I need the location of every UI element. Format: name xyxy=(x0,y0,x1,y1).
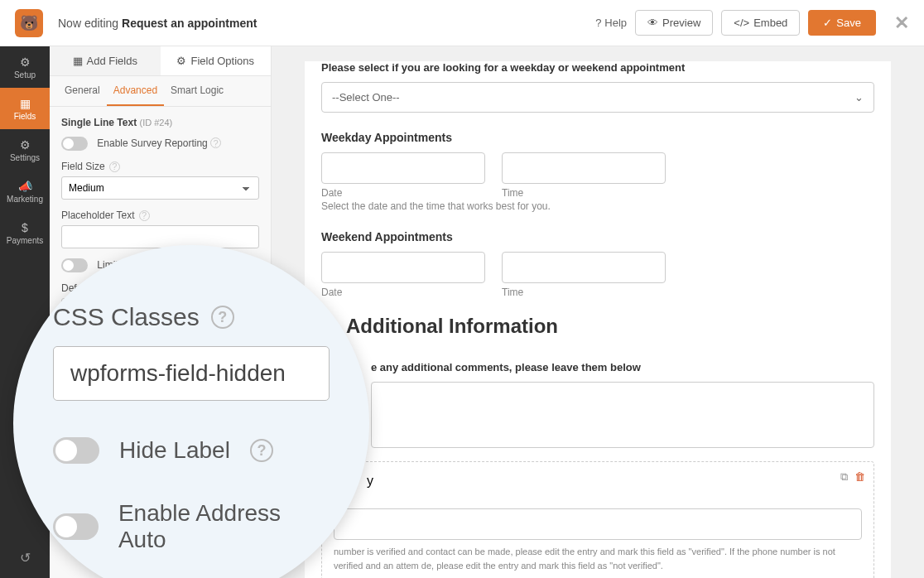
tab-add-fields[interactable]: ▦Add Fields xyxy=(50,46,161,75)
survey-toggle[interactable] xyxy=(61,137,88,151)
weekend-heading: Weekend Appointments xyxy=(321,230,874,243)
nav-settings[interactable]: ⚙Settings xyxy=(0,129,50,171)
weekday-heading: Weekday Appointments xyxy=(321,131,874,144)
history-icon[interactable]: ↺ xyxy=(0,537,50,578)
nav-setup[interactable]: ⚙Setup xyxy=(0,46,50,88)
help-icon[interactable]: ? xyxy=(250,439,273,462)
time-label: Time xyxy=(502,187,666,199)
comments-textarea[interactable] xyxy=(371,382,874,448)
admin-input[interactable] xyxy=(334,508,862,540)
css-classes-label: CSS Classes xyxy=(53,303,200,331)
help-icon[interactable]: ? xyxy=(211,306,234,329)
editing-title: Now editing Request an appointment xyxy=(58,17,257,30)
nav-fields[interactable]: ▦Fields xyxy=(0,88,50,129)
q1-select[interactable]: --Select One--⌄ xyxy=(321,82,874,113)
help-icon[interactable]: ? xyxy=(139,210,150,221)
chevron-down-icon: ⌄ xyxy=(854,91,864,104)
save-button[interactable]: ✓Save xyxy=(808,10,876,36)
help-link[interactable]: ?Help xyxy=(595,17,627,29)
weekend-date-input[interactable] xyxy=(321,252,485,283)
subtab-advanced[interactable]: Advanced xyxy=(107,76,164,106)
dt-help: Select the date and the time that works … xyxy=(321,200,874,212)
close-icon[interactable]: ✕ xyxy=(894,12,909,34)
field-size-label: Field Size xyxy=(61,161,105,172)
weekday-date-input[interactable] xyxy=(321,152,485,184)
wpforms-logo: 🐻 xyxy=(15,9,43,37)
additional-info-heading: Additional Information xyxy=(321,298,874,346)
field-size-select[interactable]: Medium xyxy=(61,176,259,200)
placeholder-input[interactable] xyxy=(61,225,259,248)
nav-marketing[interactable]: 📣Marketing xyxy=(0,171,50,212)
q1-label: Please select if you are looking for a w… xyxy=(321,61,874,74)
nav-payments[interactable]: $Payments xyxy=(0,212,50,253)
tab-field-options[interactable]: ⚙Field Options xyxy=(161,46,272,75)
css-classes-input[interactable] xyxy=(53,346,330,401)
admin-field-box[interactable]: ⧉ 🗑 y number is verified and contact can… xyxy=(321,461,874,578)
duplicate-icon[interactable]: ⧉ xyxy=(840,470,848,484)
subtab-general[interactable]: General xyxy=(58,76,107,106)
placeholder-label: Placeholder Text xyxy=(61,210,135,221)
date-label: Date xyxy=(321,187,485,199)
admin-help-text: number is verified and contact can be ma… xyxy=(334,545,862,572)
preview-button[interactable]: 👁Preview xyxy=(635,10,713,36)
limit-length-toggle[interactable] xyxy=(61,258,88,272)
hide-label-toggle[interactable] xyxy=(53,437,99,464)
delete-icon[interactable]: 🗑 xyxy=(854,470,865,484)
date-label: Date xyxy=(321,287,485,298)
comments-label: e any additional comments, please leave … xyxy=(321,361,874,373)
address-auto-toggle[interactable] xyxy=(53,513,99,540)
survey-label: Enable Survey Reporting xyxy=(97,137,207,149)
help-icon[interactable]: ? xyxy=(210,137,221,148)
address-auto-label: Enable Address Auto xyxy=(118,500,330,553)
subtab-smart-logic[interactable]: Smart Logic xyxy=(164,76,230,106)
embed-button[interactable]: </>Embed xyxy=(721,10,800,36)
time-label: Time xyxy=(502,287,666,298)
weekend-time-input[interactable] xyxy=(502,252,666,283)
help-icon[interactable]: ? xyxy=(109,161,120,172)
hide-label-label: Hide Label xyxy=(119,437,230,464)
weekday-time-input[interactable] xyxy=(502,152,666,184)
